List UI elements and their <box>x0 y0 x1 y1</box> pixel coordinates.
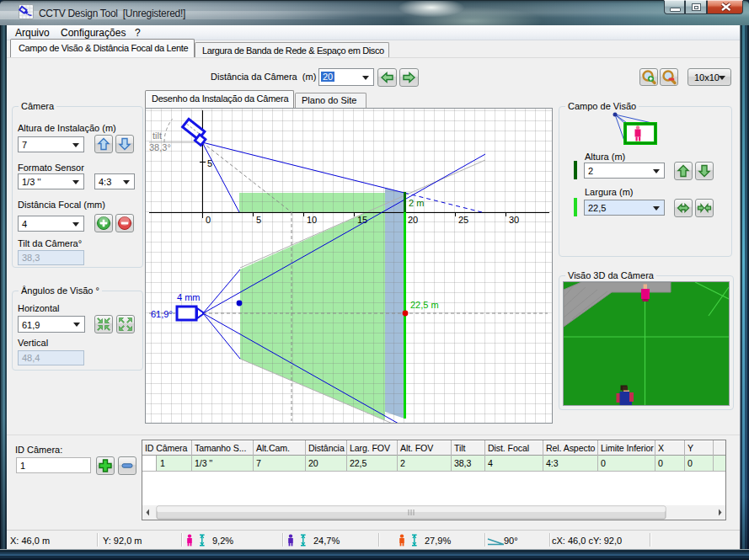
svg-text:tilt: tilt <box>152 131 162 141</box>
svg-text:Dist. Focal: Dist. Focal <box>488 443 529 453</box>
svg-text:Larg. FOV: Larg. FOV <box>350 443 391 453</box>
svg-text:Limite Inferior: Limite Inferior <box>601 443 654 453</box>
svg-text:X: X <box>658 443 664 453</box>
svg-text:Alt. FOV: Alt. FOV <box>400 443 434 453</box>
svg-text:2 m: 2 m <box>409 198 424 208</box>
svg-text:4:3: 4:3 <box>546 458 559 468</box>
svg-text:2: 2 <box>400 458 405 468</box>
svg-text:22,5: 22,5 <box>350 458 366 468</box>
svg-text:30: 30 <box>509 215 519 225</box>
svg-text:0: 0 <box>687 458 693 468</box>
svg-text:4 mm: 4 mm <box>177 292 201 302</box>
svg-text:4: 4 <box>488 458 493 468</box>
svg-text:1: 1 <box>160 458 165 468</box>
svg-text:Tilt: Tilt <box>454 443 465 453</box>
svg-text:20: 20 <box>408 215 418 225</box>
svg-text:Distância: Distância <box>308 443 345 453</box>
svg-text:0: 0 <box>206 215 211 225</box>
svg-text:25: 25 <box>458 215 468 225</box>
svg-text:10: 10 <box>307 215 317 225</box>
svg-text:20: 20 <box>308 458 318 468</box>
svg-text:Y: Y <box>687 443 693 453</box>
svg-text:1/3 '': 1/3 '' <box>195 458 212 468</box>
svg-text:0: 0 <box>658 458 663 468</box>
svg-text:0: 0 <box>601 458 606 468</box>
svg-text:38,3°: 38,3° <box>149 142 171 152</box>
svg-text:Alt.Cam.: Alt.Cam. <box>256 443 290 453</box>
svg-text:Rel. Aspecto: Rel. Aspecto <box>546 443 595 453</box>
svg-text:38,3: 38,3 <box>454 458 471 468</box>
svg-text:22,5 m: 22,5 m <box>410 300 439 310</box>
svg-text:Tamanho S...: Tamanho S... <box>195 443 246 453</box>
svg-text:5: 5 <box>256 215 261 225</box>
svg-text:ID Câmera: ID Câmera <box>145 443 188 453</box>
svg-text:61,9°: 61,9° <box>151 309 173 319</box>
svg-text:7: 7 <box>256 458 261 468</box>
